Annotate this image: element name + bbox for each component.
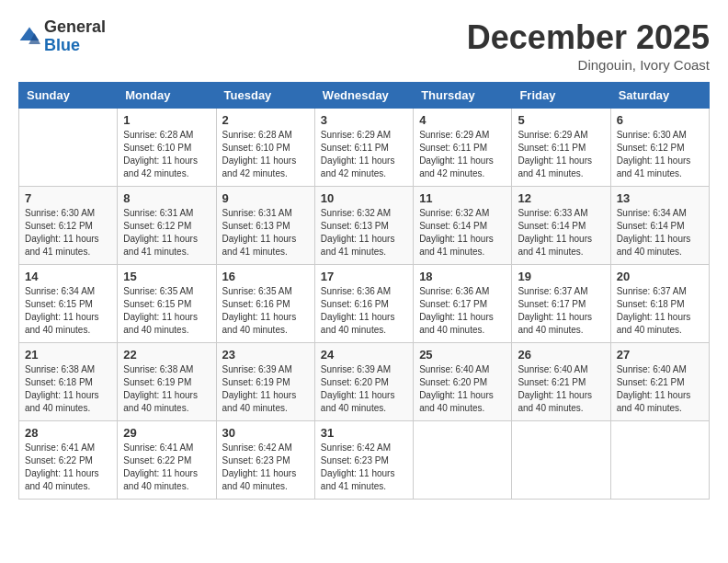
calendar-cell: 7Sunrise: 6:30 AM Sunset: 6:12 PM Daylig… — [19, 187, 118, 265]
day-number: 23 — [222, 348, 309, 362]
logo-text: General Blue — [44, 18, 106, 55]
calendar-cell: 30Sunrise: 6:42 AM Sunset: 6:23 PM Dayli… — [216, 421, 314, 500]
location: Dingouin, Ivory Coast — [467, 57, 710, 73]
calendar-cell: 10Sunrise: 6:32 AM Sunset: 6:13 PM Dayli… — [314, 187, 413, 265]
day-info: Sunrise: 6:37 AM Sunset: 6:18 PM Dayligh… — [617, 285, 703, 337]
calendar-cell: 6Sunrise: 6:30 AM Sunset: 6:12 PM Daylig… — [610, 109, 709, 187]
day-number: 7 — [25, 191, 111, 205]
day-info: Sunrise: 6:38 AM Sunset: 6:18 PM Dayligh… — [25, 363, 111, 415]
calendar-cell: 3Sunrise: 6:29 AM Sunset: 6:11 PM Daylig… — [314, 109, 413, 187]
day-info: Sunrise: 6:39 AM Sunset: 6:20 PM Dayligh… — [321, 363, 407, 415]
day-info: Sunrise: 6:41 AM Sunset: 6:22 PM Dayligh… — [123, 442, 210, 493]
day-info: Sunrise: 6:40 AM Sunset: 6:21 PM Dayligh… — [518, 363, 604, 415]
weekday-header-friday: Friday — [512, 83, 610, 109]
day-number: 28 — [25, 426, 111, 440]
calendar-cell: 14Sunrise: 6:34 AM Sunset: 6:15 PM Dayli… — [19, 265, 118, 343]
calendar-cell — [414, 421, 512, 500]
day-info: Sunrise: 6:40 AM Sunset: 6:21 PM Dayligh… — [617, 363, 703, 415]
weekday-header-tuesday: Tuesday — [216, 83, 314, 109]
day-info: Sunrise: 6:41 AM Sunset: 6:22 PM Dayligh… — [25, 442, 111, 493]
calendar-cell: 20Sunrise: 6:37 AM Sunset: 6:18 PM Dayli… — [610, 265, 709, 343]
day-info: Sunrise: 6:42 AM Sunset: 6:23 PM Dayligh… — [222, 442, 309, 493]
day-info: Sunrise: 6:32 AM Sunset: 6:14 PM Dayligh… — [419, 207, 506, 259]
day-info: Sunrise: 6:42 AM Sunset: 6:23 PM Dayligh… — [321, 442, 407, 493]
day-number: 21 — [25, 348, 111, 362]
day-info: Sunrise: 6:29 AM Sunset: 6:11 PM Dayligh… — [518, 129, 604, 180]
weekday-header-monday: Monday — [118, 83, 216, 109]
calendar-cell: 24Sunrise: 6:39 AM Sunset: 6:20 PM Dayli… — [314, 343, 413, 421]
day-number: 19 — [518, 270, 604, 283]
calendar-cell: 29Sunrise: 6:41 AM Sunset: 6:22 PM Dayli… — [118, 421, 216, 500]
calendar-cell: 28Sunrise: 6:41 AM Sunset: 6:22 PM Dayli… — [19, 421, 118, 500]
day-info: Sunrise: 6:38 AM Sunset: 6:19 PM Dayligh… — [123, 363, 210, 415]
day-info: Sunrise: 6:36 AM Sunset: 6:17 PM Dayligh… — [419, 285, 506, 337]
calendar-cell: 22Sunrise: 6:38 AM Sunset: 6:19 PM Dayli… — [118, 343, 216, 421]
calendar-cell: 31Sunrise: 6:42 AM Sunset: 6:23 PM Dayli… — [314, 421, 413, 500]
day-info: Sunrise: 6:35 AM Sunset: 6:16 PM Dayligh… — [222, 285, 309, 337]
calendar-cell: 12Sunrise: 6:33 AM Sunset: 6:14 PM Dayli… — [512, 187, 610, 265]
day-info: Sunrise: 6:36 AM Sunset: 6:16 PM Dayligh… — [321, 285, 407, 337]
calendar-cell — [610, 421, 709, 500]
day-info: Sunrise: 6:28 AM Sunset: 6:10 PM Dayligh… — [222, 129, 309, 180]
day-number: 22 — [123, 348, 210, 362]
calendar-cell: 25Sunrise: 6:40 AM Sunset: 6:20 PM Dayli… — [414, 343, 512, 421]
day-number: 30 — [222, 426, 309, 440]
day-number: 14 — [25, 270, 111, 283]
day-number: 16 — [222, 270, 309, 283]
calendar-week-5: 28Sunrise: 6:41 AM Sunset: 6:22 PM Dayli… — [19, 421, 710, 500]
day-info: Sunrise: 6:37 AM Sunset: 6:17 PM Dayligh… — [518, 285, 604, 337]
day-info: Sunrise: 6:32 AM Sunset: 6:13 PM Dayligh… — [321, 207, 407, 259]
calendar-cell: 2Sunrise: 6:28 AM Sunset: 6:10 PM Daylig… — [216, 109, 314, 187]
calendar-cell — [512, 421, 610, 500]
weekday-header-sunday: Sunday — [19, 83, 118, 109]
day-info: Sunrise: 6:39 AM Sunset: 6:19 PM Dayligh… — [222, 363, 309, 415]
day-number: 24 — [321, 348, 407, 362]
day-number: 4 — [419, 113, 506, 127]
calendar-cell: 26Sunrise: 6:40 AM Sunset: 6:21 PM Dayli… — [512, 343, 610, 421]
day-info: Sunrise: 6:29 AM Sunset: 6:11 PM Dayligh… — [321, 129, 407, 180]
calendar-cell — [19, 109, 118, 187]
calendar-cell: 18Sunrise: 6:36 AM Sunset: 6:17 PM Dayli… — [414, 265, 512, 343]
day-number: 11 — [419, 191, 506, 205]
calendar-cell: 9Sunrise: 6:31 AM Sunset: 6:13 PM Daylig… — [216, 187, 314, 265]
day-number: 27 — [617, 348, 703, 362]
calendar-cell: 11Sunrise: 6:32 AM Sunset: 6:14 PM Dayli… — [414, 187, 512, 265]
calendar-cell: 27Sunrise: 6:40 AM Sunset: 6:21 PM Dayli… — [610, 343, 709, 421]
calendar-cell: 19Sunrise: 6:37 AM Sunset: 6:17 PM Dayli… — [512, 265, 610, 343]
day-number: 29 — [123, 426, 210, 440]
calendar-cell: 21Sunrise: 6:38 AM Sunset: 6:18 PM Dayli… — [19, 343, 118, 421]
day-info: Sunrise: 6:35 AM Sunset: 6:15 PM Dayligh… — [123, 285, 210, 337]
day-number: 5 — [518, 113, 604, 127]
day-info: Sunrise: 6:30 AM Sunset: 6:12 PM Dayligh… — [25, 207, 111, 259]
day-number: 6 — [617, 113, 703, 127]
day-number: 12 — [518, 191, 604, 205]
day-number: 26 — [518, 348, 604, 362]
weekday-header-saturday: Saturday — [610, 83, 709, 109]
calendar-cell: 16Sunrise: 6:35 AM Sunset: 6:16 PM Dayli… — [216, 265, 314, 343]
logo-icon — [18, 26, 40, 48]
logo: General Blue — [18, 18, 106, 55]
day-number: 31 — [321, 426, 407, 440]
weekday-header-row: SundayMondayTuesdayWednesdayThursdayFrid… — [19, 83, 710, 109]
calendar-week-4: 21Sunrise: 6:38 AM Sunset: 6:18 PM Dayli… — [19, 343, 710, 421]
day-number: 18 — [419, 270, 506, 283]
day-info: Sunrise: 6:31 AM Sunset: 6:12 PM Dayligh… — [123, 207, 210, 259]
day-info: Sunrise: 6:34 AM Sunset: 6:15 PM Dayligh… — [25, 285, 111, 337]
day-number: 3 — [321, 113, 407, 127]
calendar-cell: 15Sunrise: 6:35 AM Sunset: 6:15 PM Dayli… — [118, 265, 216, 343]
logo-general: General — [44, 18, 106, 37]
calendar-cell: 13Sunrise: 6:34 AM Sunset: 6:14 PM Dayli… — [610, 187, 709, 265]
day-info: Sunrise: 6:30 AM Sunset: 6:12 PM Dayligh… — [617, 129, 703, 180]
day-number: 1 — [123, 113, 210, 127]
weekday-header-thursday: Thursday — [414, 83, 512, 109]
day-info: Sunrise: 6:28 AM Sunset: 6:10 PM Dayligh… — [123, 129, 210, 180]
logo-blue: Blue — [44, 37, 106, 55]
calendar-week-1: 1Sunrise: 6:28 AM Sunset: 6:10 PM Daylig… — [19, 109, 710, 187]
calendar-cell: 8Sunrise: 6:31 AM Sunset: 6:12 PM Daylig… — [118, 187, 216, 265]
month-title: December 2025 — [467, 18, 710, 57]
day-number: 25 — [419, 348, 506, 362]
day-number: 10 — [321, 191, 407, 205]
day-number: 17 — [321, 270, 407, 283]
day-number: 20 — [617, 270, 703, 283]
calendar-cell: 17Sunrise: 6:36 AM Sunset: 6:16 PM Dayli… — [314, 265, 413, 343]
